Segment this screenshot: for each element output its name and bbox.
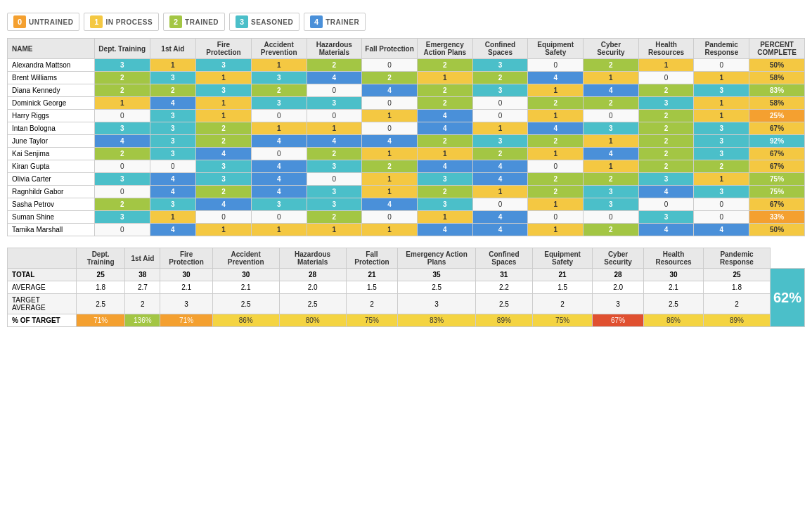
- matrix-cell-13-6: 4: [417, 224, 472, 236]
- matrix-pct-5: 67%: [749, 122, 805, 135]
- report-pct-target-cell-6: 75%: [346, 314, 398, 327]
- matrix-cell-5-7: 1: [472, 122, 528, 135]
- matrix-cell-2-4: 0: [307, 84, 362, 97]
- matrix-row-name-7: Kai Senjima: [8, 148, 95, 160]
- matrix-cell-8-3: 4: [251, 160, 307, 173]
- matrix-cell-9-9: 2: [584, 173, 639, 186]
- matrix-cell-11-9: 3: [584, 198, 639, 211]
- matrix-row-6: June Taylor43244423212392%: [8, 135, 805, 148]
- matrix-cell-3-5: 0: [362, 97, 418, 110]
- matrix-col-header-11: Health Resources: [638, 39, 694, 59]
- matrix-cell-11-1: 3: [150, 198, 196, 211]
- matrix-cell-2-3: 2: [251, 84, 307, 97]
- matrix-cell-10-8: 2: [528, 186, 584, 198]
- matrix-cell-6-11: 3: [694, 135, 749, 148]
- matrix-cell-7-4: 2: [307, 148, 362, 160]
- matrix-cell-13-5: 1: [362, 224, 418, 236]
- matrix-cell-2-5: 4: [362, 84, 418, 97]
- matrix-cell-10-7: 1: [472, 186, 528, 198]
- matrix-cell-1-5: 2: [362, 72, 418, 84]
- matrix-row-name-9: Olivia Carter: [8, 173, 95, 186]
- matrix-pct-2: 83%: [749, 84, 805, 97]
- report-total-cell-8: 31: [475, 269, 532, 281]
- report-avg-cell-8: 2.2: [475, 281, 532, 294]
- matrix-row-11: Sasha Petrov23433430130067%: [8, 198, 805, 211]
- matrix-cell-4-5: 1: [362, 110, 418, 122]
- matrix-col-header-5: Hazardous Materials: [307, 39, 362, 59]
- matrix-row-name-11: Sasha Petrov: [8, 198, 95, 211]
- legend-label-0: UNTRAINED: [29, 18, 73, 26]
- matrix-cell-9-0: 3: [94, 173, 150, 186]
- matrix-cell-13-7: 4: [472, 224, 528, 236]
- report-pct-target-cell-7: 83%: [398, 314, 476, 327]
- report-pct-target-cell-4: 86%: [212, 314, 279, 327]
- matrix-pct-8: 67%: [749, 160, 805, 173]
- report-total-cell-2: 38: [125, 269, 160, 281]
- matrix-cell-9-11: 1: [694, 173, 749, 186]
- matrix-cell-10-0: 0: [94, 186, 150, 198]
- matrix-cell-5-9: 3: [584, 122, 639, 135]
- matrix-cell-7-1: 3: [150, 148, 196, 160]
- matrix-pct-11: 67%: [749, 198, 805, 211]
- matrix-cell-8-5: 2: [362, 160, 418, 173]
- training-matrix-table: NAMEDept. Training1st AidFire Protection…: [7, 38, 805, 236]
- matrix-pct-13: 50%: [749, 224, 805, 236]
- legend-badge-1: 1: [90, 15, 103, 28]
- matrix-pct-10: 75%: [749, 186, 805, 198]
- matrix-cell-0-8: 0: [528, 59, 584, 72]
- matrix-row-12: Suman Shine31002014003033%: [8, 211, 805, 224]
- report-target-cell-1: 2.5: [76, 294, 124, 314]
- matrix-cell-4-8: 1: [528, 110, 584, 122]
- matrix-cell-12-10: 3: [638, 211, 694, 224]
- report-col-header-10: Cyber Security: [593, 248, 643, 269]
- matrix-cell-10-6: 2: [417, 186, 472, 198]
- matrix-cell-5-0: 3: [94, 122, 150, 135]
- legend-badge-0: 0: [13, 15, 26, 28]
- matrix-row-name-10: Ragnhildr Gabor: [8, 186, 95, 198]
- report-target-cell-9: 2: [532, 294, 593, 314]
- matrix-cell-1-8: 4: [528, 72, 584, 84]
- matrix-cell-10-3: 4: [251, 186, 307, 198]
- matrix-col-header-10: Cyber Security: [584, 39, 639, 59]
- matrix-cell-6-8: 2: [528, 135, 584, 148]
- report-target-cell-2: 2: [125, 294, 160, 314]
- matrix-cell-2-2: 3: [196, 84, 252, 97]
- matrix-cell-11-3: 3: [251, 198, 307, 211]
- matrix-cell-3-3: 3: [251, 97, 307, 110]
- matrix-cell-6-5: 4: [362, 135, 418, 148]
- report-pct-target-cell-0: % OF TARGET: [8, 314, 77, 327]
- report-target-cell-8: 2.5: [475, 294, 532, 314]
- matrix-cell-1-10: 0: [638, 72, 694, 84]
- matrix-cell-12-11: 0: [694, 211, 749, 224]
- matrix-cell-9-2: 3: [196, 173, 252, 186]
- matrix-cell-12-3: 0: [251, 211, 307, 224]
- report-target-cell-12: 2: [704, 294, 771, 314]
- legend-label-4: TRAINER: [326, 18, 359, 26]
- report-target-cell-10: 3: [593, 294, 643, 314]
- matrix-cell-0-5: 0: [362, 59, 418, 72]
- report-col-header-2: 1st Aid: [125, 248, 160, 269]
- matrix-cell-5-6: 4: [417, 122, 472, 135]
- matrix-cell-7-10: 2: [638, 148, 694, 160]
- matrix-cell-10-2: 2: [196, 186, 252, 198]
- matrix-cell-1-9: 1: [584, 72, 639, 84]
- matrix-cell-6-0: 4: [94, 135, 150, 148]
- matrix-cell-9-6: 3: [417, 173, 472, 186]
- matrix-row-8: Kiran Gupta00343244012267%: [8, 160, 805, 173]
- matrix-cell-11-11: 0: [694, 198, 749, 211]
- matrix-cell-10-1: 4: [150, 186, 196, 198]
- report-col-header-6: Fall Protection: [346, 248, 398, 269]
- matrix-cell-3-11: 1: [694, 97, 749, 110]
- matrix-cell-1-6: 1: [417, 72, 472, 84]
- matrix-cell-6-9: 1: [584, 135, 639, 148]
- report-avg-cell-12: 1.8: [704, 281, 771, 294]
- matrix-cell-2-6: 2: [417, 84, 472, 97]
- matrix-col-header-6: Fall Protection: [362, 39, 418, 59]
- matrix-cell-11-8: 1: [528, 198, 584, 211]
- matrix-row-2: Diana Kennedy22320423142383%: [8, 84, 805, 97]
- report-total-cell-4: 30: [212, 269, 279, 281]
- legend-badge-2: 2: [169, 15, 182, 28]
- report-table: Dept. Training1st AidFire ProtectionAcci…: [7, 248, 805, 327]
- matrix-cell-6-2: 2: [196, 135, 252, 148]
- report-target-cell-0: TARGET AVERAGE: [8, 294, 77, 314]
